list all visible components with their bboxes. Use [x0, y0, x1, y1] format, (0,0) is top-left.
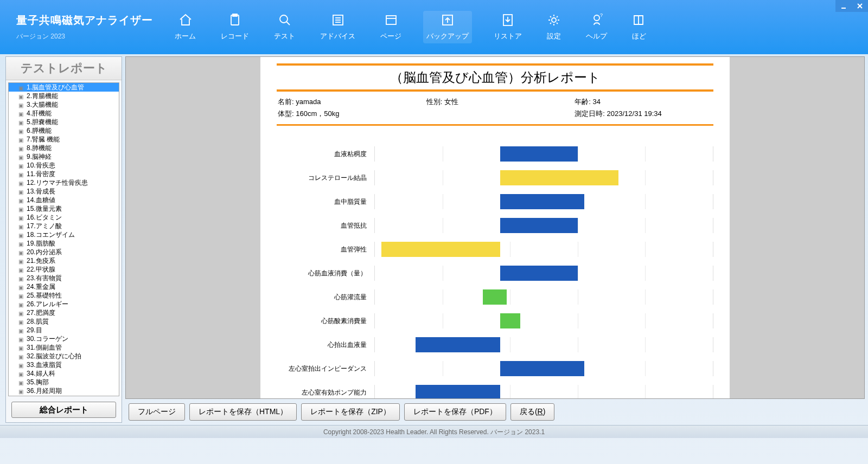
tree-item-label: 16.ビタミン	[27, 213, 62, 222]
tree-item[interactable]: 24.重金属	[9, 282, 119, 291]
tree-node-icon	[18, 327, 25, 333]
tree-item-label: 5.胆嚢機能	[27, 118, 58, 127]
tree-item[interactable]: 16.ビタミン	[9, 213, 119, 222]
tree-item[interactable]: 25.基礎特性	[9, 291, 119, 300]
tree-item[interactable]: 19.脂肪酸	[9, 239, 119, 248]
tree-item[interactable]: 17.アミノ酸	[9, 222, 119, 230]
tree-item[interactable]: 11.骨密度	[9, 170, 119, 178]
save-zip-button[interactable]: レポートを保存（ZIP）	[301, 403, 400, 421]
nav-search[interactable]: テスト	[274, 13, 295, 41]
tree-node-icon	[18, 127, 25, 134]
chart-row: 血中脂質量	[277, 190, 713, 214]
nav-window[interactable]: ページ	[380, 13, 401, 41]
tree-item[interactable]: 12.リウマチ性骨疾患	[9, 178, 119, 187]
app-title-block: 量子共鳴磁気アナライザー バージョン 2023	[16, 13, 153, 41]
tree-item[interactable]: 13.骨成長	[9, 187, 119, 196]
nav-clipboard[interactable]: レコード	[221, 13, 249, 41]
tree-item[interactable]: 28.肌質	[9, 317, 119, 326]
tree-item-label: 3.大腸機能	[27, 100, 58, 109]
tree-item[interactable]: 8.肺機能	[9, 144, 119, 152]
tree-item-label: 35.胸部	[27, 378, 49, 387]
chart-bar	[483, 289, 507, 305]
chart-bar	[500, 266, 578, 281]
chart-bar	[381, 242, 500, 257]
tree-item[interactable]: 3.大腸機能	[9, 100, 119, 109]
tree-item-label: 24.重金属	[27, 282, 55, 292]
report-tree[interactable]: 1.脳血管及び心血管2.胃腸機能3.大腸機能4.肝機能5.胆嚢機能6.膵機能7.…	[8, 82, 119, 396]
tree-item-label: 34.婦人科	[27, 369, 55, 378]
tree-node-icon	[18, 388, 25, 394]
tree-node-icon	[18, 162, 25, 169]
book-icon	[632, 13, 646, 27]
chart-label: 血管抵抗	[277, 221, 374, 230]
tree-item-label: 20.内分泌系	[27, 248, 62, 257]
tree-item[interactable]: 27.肥満度	[9, 308, 119, 317]
nav-label: ほど	[632, 31, 646, 41]
tree-item[interactable]: 32.脳波並びに心拍	[9, 352, 119, 360]
save-html-button[interactable]: レポートを保存（HTML）	[189, 403, 297, 421]
tree-item[interactable]: 10.骨疾患	[9, 161, 119, 170]
info-sex: 性別: 女性	[426, 97, 564, 107]
tree-item-label: 23.有害物質	[27, 274, 62, 283]
tree-item[interactable]: 31.側副血管	[9, 343, 119, 352]
tree-node-icon	[18, 136, 25, 143]
tree-item[interactable]: 5.胆嚢機能	[9, 118, 119, 126]
nav-gear[interactable]: 設定	[547, 13, 561, 41]
tree-item[interactable]: 21.免疫系	[9, 256, 119, 265]
tree-item[interactable]: 1.脳血管及び心血管	[9, 83, 119, 92]
tree-node-icon	[18, 379, 25, 385]
tree-item-label: 26.アレルギー	[27, 300, 68, 309]
window-controls	[835, 0, 868, 12]
minimize-button[interactable]	[835, 0, 852, 12]
tree-item[interactable]: 20.内分泌系	[9, 248, 119, 256]
nav-list[interactable]: アドバイス	[320, 13, 355, 41]
tree-item[interactable]: 2.胃腸機能	[9, 92, 119, 100]
tree-item[interactable]: 6.膵機能	[9, 126, 119, 135]
tree-item[interactable]: 23.有害物質	[9, 274, 119, 282]
nav-home[interactable]: ホーム	[175, 13, 196, 41]
save-pdf-button[interactable]: レポートを保存（PDF）	[404, 403, 506, 421]
close-button[interactable]	[852, 0, 868, 12]
tree-node-icon	[18, 353, 25, 359]
summary-report-button[interactable]: 総合レポート	[11, 402, 116, 418]
full-page-button[interactable]: フルページ	[129, 403, 185, 421]
nav-help[interactable]: ?ヘルプ	[586, 13, 607, 41]
chart-bar	[500, 361, 585, 376]
tree-item[interactable]: 36.月経周期	[9, 386, 119, 395]
tree-item[interactable]: 37.人体構成	[9, 395, 119, 396]
tree-item[interactable]: 18.コエンザイム	[9, 230, 119, 239]
tree-item[interactable]: 9.脳神経	[9, 152, 119, 161]
back-button[interactable]: 戻る(R)	[510, 403, 554, 421]
tree-node-icon	[18, 275, 25, 281]
tree-node-icon	[18, 362, 25, 368]
tree-item-label: 1.脳血管及び心血管	[27, 83, 84, 92]
tree-item[interactable]: 7.腎臓 機能	[9, 135, 119, 144]
tree-item[interactable]: 15.微量元素	[9, 204, 119, 213]
nav-download[interactable]: リストア	[494, 13, 522, 41]
tree-item-label: 10.骨疾患	[27, 161, 55, 170]
tree-item[interactable]: 22.甲状腺	[9, 265, 119, 274]
info-measure: 測定日時: 2023/12/31 19:34	[575, 109, 712, 119]
nav-upload[interactable]: バックアップ	[423, 11, 472, 43]
chart-row: 心筋灌流量	[277, 285, 713, 309]
tree-item[interactable]: 14.血糖値	[9, 196, 119, 204]
tree-item[interactable]: 34.婦人科	[9, 369, 119, 378]
chart-bar	[416, 337, 500, 352]
window-icon	[384, 13, 398, 27]
tree-node-icon	[18, 301, 25, 307]
tree-item[interactable]: 29.目	[9, 326, 119, 334]
tree-item[interactable]: 26.アレルギー	[9, 300, 119, 308]
tree-item[interactable]: 35.胸部	[9, 378, 119, 386]
tree-item-label: 2.胃腸機能	[27, 92, 58, 101]
chart-bar	[500, 218, 578, 233]
tree-node-icon	[18, 93, 25, 99]
tree-item[interactable]: 30.コラーゲン	[9, 334, 119, 343]
chart-track	[374, 289, 713, 305]
nav-book[interactable]: ほど	[632, 13, 646, 41]
chart-track	[374, 170, 713, 185]
tree-item[interactable]: 33.血液脂質	[9, 360, 119, 369]
tree-item[interactable]: 4.肝機能	[9, 109, 119, 118]
chart-label: 心筋灌流量	[277, 293, 374, 302]
report-viewport[interactable]: （脳血管及び心血管）分析レポート 名前: yamada 性別: 女性 年齢: 3…	[125, 56, 865, 399]
tree-node-icon	[18, 344, 25, 351]
